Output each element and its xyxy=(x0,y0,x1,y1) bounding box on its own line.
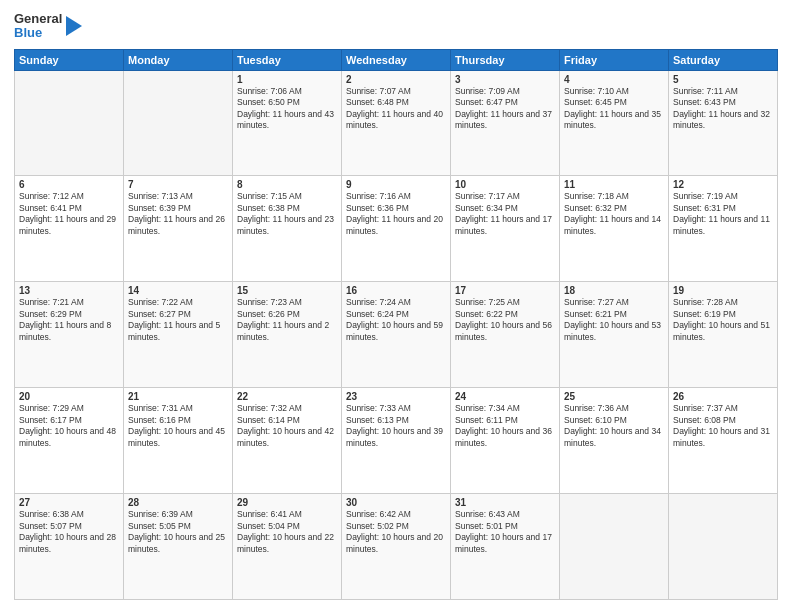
calendar-cell: 27Sunrise: 6:38 AM Sunset: 5:07 PM Dayli… xyxy=(15,494,124,600)
day-number: 20 xyxy=(19,391,119,402)
day-number: 13 xyxy=(19,285,119,296)
calendar-cell: 19Sunrise: 7:28 AM Sunset: 6:19 PM Dayli… xyxy=(669,282,778,388)
day-number: 5 xyxy=(673,74,773,85)
day-info: Sunrise: 7:24 AM Sunset: 6:24 PM Dayligh… xyxy=(346,297,446,343)
calendar-cell: 12Sunrise: 7:19 AM Sunset: 6:31 PM Dayli… xyxy=(669,176,778,282)
day-number: 30 xyxy=(346,497,446,508)
day-info: Sunrise: 7:17 AM Sunset: 6:34 PM Dayligh… xyxy=(455,191,555,237)
calendar-cell: 1Sunrise: 7:06 AM Sunset: 6:50 PM Daylig… xyxy=(233,70,342,176)
calendar-cell: 26Sunrise: 7:37 AM Sunset: 6:08 PM Dayli… xyxy=(669,388,778,494)
day-info: Sunrise: 7:11 AM Sunset: 6:43 PM Dayligh… xyxy=(673,86,773,132)
day-number: 26 xyxy=(673,391,773,402)
day-number: 11 xyxy=(564,179,664,190)
day-info: Sunrise: 7:09 AM Sunset: 6:47 PM Dayligh… xyxy=(455,86,555,132)
calendar-cell: 30Sunrise: 6:42 AM Sunset: 5:02 PM Dayli… xyxy=(342,494,451,600)
calendar-week-row: 27Sunrise: 6:38 AM Sunset: 5:07 PM Dayli… xyxy=(15,494,778,600)
calendar-cell: 17Sunrise: 7:25 AM Sunset: 6:22 PM Dayli… xyxy=(451,282,560,388)
calendar-cell: 15Sunrise: 7:23 AM Sunset: 6:26 PM Dayli… xyxy=(233,282,342,388)
day-number: 23 xyxy=(346,391,446,402)
calendar-week-row: 13Sunrise: 7:21 AM Sunset: 6:29 PM Dayli… xyxy=(15,282,778,388)
calendar-cell: 21Sunrise: 7:31 AM Sunset: 6:16 PM Dayli… xyxy=(124,388,233,494)
calendar-week-row: 20Sunrise: 7:29 AM Sunset: 6:17 PM Dayli… xyxy=(15,388,778,494)
calendar-cell: 29Sunrise: 6:41 AM Sunset: 5:04 PM Dayli… xyxy=(233,494,342,600)
day-number: 8 xyxy=(237,179,337,190)
calendar-day-header: Monday xyxy=(124,49,233,70)
calendar-day-header: Tuesday xyxy=(233,49,342,70)
calendar-cell: 20Sunrise: 7:29 AM Sunset: 6:17 PM Dayli… xyxy=(15,388,124,494)
calendar-cell xyxy=(15,70,124,176)
page: GeneralBlue SundayMondayTuesdayWednesday… xyxy=(0,0,792,612)
header: GeneralBlue xyxy=(14,12,778,41)
calendar-cell: 31Sunrise: 6:43 AM Sunset: 5:01 PM Dayli… xyxy=(451,494,560,600)
day-info: Sunrise: 7:37 AM Sunset: 6:08 PM Dayligh… xyxy=(673,403,773,449)
day-info: Sunrise: 7:28 AM Sunset: 6:19 PM Dayligh… xyxy=(673,297,773,343)
calendar-cell: 23Sunrise: 7:33 AM Sunset: 6:13 PM Dayli… xyxy=(342,388,451,494)
calendar-day-header: Friday xyxy=(560,49,669,70)
day-info: Sunrise: 7:07 AM Sunset: 6:48 PM Dayligh… xyxy=(346,86,446,132)
day-number: 2 xyxy=(346,74,446,85)
day-info: Sunrise: 7:13 AM Sunset: 6:39 PM Dayligh… xyxy=(128,191,228,237)
calendar-day-header: Saturday xyxy=(669,49,778,70)
day-info: Sunrise: 7:18 AM Sunset: 6:32 PM Dayligh… xyxy=(564,191,664,237)
day-number: 16 xyxy=(346,285,446,296)
day-info: Sunrise: 7:23 AM Sunset: 6:26 PM Dayligh… xyxy=(237,297,337,343)
svg-marker-0 xyxy=(66,16,82,36)
calendar-cell: 16Sunrise: 7:24 AM Sunset: 6:24 PM Dayli… xyxy=(342,282,451,388)
day-number: 9 xyxy=(346,179,446,190)
logo: GeneralBlue xyxy=(14,12,82,41)
day-number: 17 xyxy=(455,285,555,296)
day-info: Sunrise: 7:33 AM Sunset: 6:13 PM Dayligh… xyxy=(346,403,446,449)
calendar-cell: 4Sunrise: 7:10 AM Sunset: 6:45 PM Daylig… xyxy=(560,70,669,176)
day-info: Sunrise: 7:21 AM Sunset: 6:29 PM Dayligh… xyxy=(19,297,119,343)
day-number: 28 xyxy=(128,497,228,508)
calendar-cell: 8Sunrise: 7:15 AM Sunset: 6:38 PM Daylig… xyxy=(233,176,342,282)
day-info: Sunrise: 7:15 AM Sunset: 6:38 PM Dayligh… xyxy=(237,191,337,237)
day-info: Sunrise: 6:39 AM Sunset: 5:05 PM Dayligh… xyxy=(128,509,228,555)
day-info: Sunrise: 7:25 AM Sunset: 6:22 PM Dayligh… xyxy=(455,297,555,343)
day-info: Sunrise: 7:16 AM Sunset: 6:36 PM Dayligh… xyxy=(346,191,446,237)
day-info: Sunrise: 6:43 AM Sunset: 5:01 PM Dayligh… xyxy=(455,509,555,555)
day-info: Sunrise: 7:36 AM Sunset: 6:10 PM Dayligh… xyxy=(564,403,664,449)
day-number: 4 xyxy=(564,74,664,85)
day-number: 6 xyxy=(19,179,119,190)
day-info: Sunrise: 7:10 AM Sunset: 6:45 PM Dayligh… xyxy=(564,86,664,132)
calendar-cell: 6Sunrise: 7:12 AM Sunset: 6:41 PM Daylig… xyxy=(15,176,124,282)
calendar-table: SundayMondayTuesdayWednesdayThursdayFrid… xyxy=(14,49,778,600)
calendar-cell: 18Sunrise: 7:27 AM Sunset: 6:21 PM Dayli… xyxy=(560,282,669,388)
calendar-cell: 10Sunrise: 7:17 AM Sunset: 6:34 PM Dayli… xyxy=(451,176,560,282)
day-number: 19 xyxy=(673,285,773,296)
logo-line1: General xyxy=(14,12,62,26)
calendar-cell: 2Sunrise: 7:07 AM Sunset: 6:48 PM Daylig… xyxy=(342,70,451,176)
calendar-day-header: Sunday xyxy=(15,49,124,70)
calendar-day-header: Thursday xyxy=(451,49,560,70)
day-info: Sunrise: 7:12 AM Sunset: 6:41 PM Dayligh… xyxy=(19,191,119,237)
calendar-cell: 25Sunrise: 7:36 AM Sunset: 6:10 PM Dayli… xyxy=(560,388,669,494)
day-number: 1 xyxy=(237,74,337,85)
day-info: Sunrise: 6:38 AM Sunset: 5:07 PM Dayligh… xyxy=(19,509,119,555)
day-info: Sunrise: 7:31 AM Sunset: 6:16 PM Dayligh… xyxy=(128,403,228,449)
calendar-cell: 24Sunrise: 7:34 AM Sunset: 6:11 PM Dayli… xyxy=(451,388,560,494)
logo-arrow-icon xyxy=(66,12,82,40)
day-number: 27 xyxy=(19,497,119,508)
day-info: Sunrise: 7:19 AM Sunset: 6:31 PM Dayligh… xyxy=(673,191,773,237)
calendar-week-row: 6Sunrise: 7:12 AM Sunset: 6:41 PM Daylig… xyxy=(15,176,778,282)
calendar-header-row: SundayMondayTuesdayWednesdayThursdayFrid… xyxy=(15,49,778,70)
day-info: Sunrise: 7:32 AM Sunset: 6:14 PM Dayligh… xyxy=(237,403,337,449)
day-info: Sunrise: 6:41 AM Sunset: 5:04 PM Dayligh… xyxy=(237,509,337,555)
calendar-cell xyxy=(124,70,233,176)
calendar-cell: 5Sunrise: 7:11 AM Sunset: 6:43 PM Daylig… xyxy=(669,70,778,176)
day-number: 21 xyxy=(128,391,228,402)
calendar-week-row: 1Sunrise: 7:06 AM Sunset: 6:50 PM Daylig… xyxy=(15,70,778,176)
calendar-cell: 7Sunrise: 7:13 AM Sunset: 6:39 PM Daylig… xyxy=(124,176,233,282)
day-info: Sunrise: 6:42 AM Sunset: 5:02 PM Dayligh… xyxy=(346,509,446,555)
calendar-cell xyxy=(560,494,669,600)
calendar-day-header: Wednesday xyxy=(342,49,451,70)
day-number: 24 xyxy=(455,391,555,402)
day-info: Sunrise: 7:22 AM Sunset: 6:27 PM Dayligh… xyxy=(128,297,228,343)
day-number: 10 xyxy=(455,179,555,190)
day-number: 15 xyxy=(237,285,337,296)
calendar-cell: 3Sunrise: 7:09 AM Sunset: 6:47 PM Daylig… xyxy=(451,70,560,176)
day-number: 3 xyxy=(455,74,555,85)
calendar-cell: 14Sunrise: 7:22 AM Sunset: 6:27 PM Dayli… xyxy=(124,282,233,388)
day-info: Sunrise: 7:06 AM Sunset: 6:50 PM Dayligh… xyxy=(237,86,337,132)
